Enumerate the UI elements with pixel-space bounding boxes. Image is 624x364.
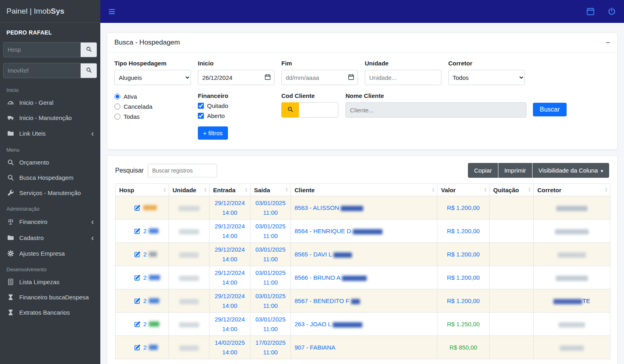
sidebar-item-cadastro[interactable]: Cadastro‹ (0, 230, 100, 246)
edit-icon[interactable] (134, 344, 141, 351)
cliente-link[interactable]: 8563 - ALISSON (295, 204, 341, 211)
copiar-button[interactable]: Copiar (468, 163, 498, 178)
sort-icon[interactable]: ▲▼ (605, 187, 608, 192)
column-header-hosp[interactable]: Hosp▲▼ (116, 184, 169, 196)
cliente-link[interactable]: 8567 - BENEDITO F (295, 297, 349, 304)
power-icon[interactable] (608, 7, 616, 16)
sidebar-section: DesenvolvimentoLista LimpezasFinanceiro … (0, 261, 100, 320)
cell-valor: R$ 850,00 (437, 336, 490, 359)
sidebar-item-lista-limpezas[interactable]: Lista Limpezas (0, 274, 100, 289)
cliente-link[interactable]: 263 - JOAO L (295, 321, 331, 327)
radio-input-todas[interactable] (114, 114, 120, 120)
menu-icon[interactable]: ≡ (108, 6, 116, 18)
radio-input-cancelada[interactable] (114, 104, 120, 110)
column-header-valor[interactable]: Valor▲▼ (437, 184, 490, 196)
column-header-unidade[interactable]: Unidade▲▼ (169, 184, 209, 196)
radio-input-ativa[interactable] (114, 94, 120, 100)
corretor-select[interactable]: Todos (448, 70, 525, 85)
unidade-redacted-blob (179, 299, 199, 304)
hosp-search-input[interactable] (3, 42, 80, 57)
cod-cliente-input[interactable] (299, 102, 338, 118)
sort-icon[interactable]: ▲▼ (285, 187, 288, 192)
sidebar-item-link-uteis[interactable]: Link Uteis‹ (0, 125, 100, 141)
column-header-label: Unidade (173, 187, 196, 193)
buscar-button[interactable]: Buscar (533, 103, 567, 116)
radio-todas[interactable]: Todas (114, 113, 191, 120)
column-header-saida[interactable]: Saida▲▼ (250, 184, 291, 196)
sort-icon[interactable]: ▲▼ (245, 187, 248, 192)
cliente-link[interactable]: 8566 - BRUNO A (295, 274, 340, 281)
edit-icon[interactable] (134, 297, 141, 304)
entrada-date: 14/02/2025 (213, 338, 246, 347)
corretor-redacted-blob (555, 229, 589, 234)
sort-icon[interactable]: ▲▼ (528, 187, 531, 192)
saida-date: 17/02/2025 (254, 338, 287, 347)
hosp-number[interactable]: 2 (143, 321, 146, 327)
sidebar-item-ajustes-empresa[interactable]: Ajustes Empresa (0, 246, 100, 261)
sidebar-item-orcamento[interactable]: Orçamento (0, 155, 100, 170)
checkbox-input-quitado[interactable] (198, 103, 204, 109)
unidade-input[interactable] (365, 70, 441, 85)
search-icon (6, 174, 14, 181)
sidebar-item-financeiro-buscadespesa[interactable]: Financeiro buscaDespesa (0, 289, 100, 305)
cell-entrada: 29/12/202414:00 (209, 220, 250, 243)
imovref-search-input[interactable] (3, 63, 80, 78)
search-icon (86, 67, 92, 74)
edit-icon[interactable] (134, 204, 141, 211)
nome-cliente-input[interactable] (346, 102, 526, 118)
cliente-link[interactable]: 8564 - HENRIQUE D (295, 228, 351, 234)
calendar-icon[interactable] (348, 74, 354, 80)
checkbox-input-aberto[interactable] (198, 113, 204, 119)
cod-cliente-search-button[interactable] (281, 102, 299, 118)
sort-icon[interactable]: ▲▼ (484, 187, 487, 192)
calendar-icon[interactable] (264, 74, 271, 80)
hosp-number[interactable]: 2 (143, 297, 146, 304)
column-header-quitacao[interactable]: Quitação▲▼ (490, 184, 534, 196)
fim-date-input[interactable] (281, 70, 358, 85)
column-header-label: Saida (254, 187, 270, 193)
edit-icon[interactable] (134, 274, 141, 281)
app-brand[interactable]: Painel | ImobSys (0, 0, 100, 23)
edit-icon[interactable] (134, 251, 141, 258)
hosp-number[interactable]: 2 (143, 344, 146, 351)
inicio-date-input[interactable] (198, 70, 274, 85)
folder-icon (6, 234, 14, 241)
radio-cancelada[interactable]: Cancelada (114, 103, 191, 110)
radio-ativa[interactable]: Ativa (114, 93, 191, 100)
list-icon (6, 278, 14, 285)
sidebar-item-busca-hospedagem[interactable]: Busca Hospedagem (0, 170, 100, 185)
pesquisar-input[interactable] (148, 164, 217, 177)
edit-icon[interactable] (134, 228, 141, 234)
checkbox-aberto[interactable]: Aberto (198, 112, 274, 119)
hosp-number[interactable]: 2 (143, 274, 146, 281)
imprimir-button[interactable]: Imprimir (498, 163, 532, 178)
sidebar-item-inicio-manutencao[interactable]: Inicio - Manutenção (0, 110, 100, 125)
cliente-link[interactable]: 8565 - DAVI L (295, 251, 332, 258)
column-visibility-button[interactable]: Visibilidade da Coluna▾ (533, 163, 609, 178)
calendar-icon[interactable] (586, 7, 595, 16)
cliente-link[interactable]: 907 - FABIANA (295, 344, 335, 351)
column-header-label: Corretor (537, 187, 561, 193)
sort-icon[interactable]: ▲▼ (432, 187, 435, 192)
sidebar-item-inicio-geral[interactable]: Inicio - Geral (0, 95, 100, 110)
sort-icon[interactable]: ▲▼ (163, 187, 166, 192)
hosp-number[interactable]: 2 (143, 251, 146, 258)
sort-icon[interactable]: ▲▼ (204, 187, 207, 192)
sidebar-item-label: Extratos Bancarios (19, 309, 70, 316)
sidebar-item-servicos-manutencao[interactable]: Serviços - Manutenção (0, 185, 100, 200)
hosp-search-button[interactable] (80, 42, 97, 57)
tipo-hospedagem-select[interactable]: Alugueis (114, 70, 191, 85)
table-row: 214/02/202514:0017/02/202511:00907 - FAB… (116, 336, 610, 359)
edit-icon[interactable] (134, 321, 141, 327)
column-header-entrada[interactable]: Entrada▲▼ (209, 184, 250, 196)
table-body: 29/12/202414:0003/01/202511:008563 - ALI… (116, 196, 610, 359)
column-header-cliente[interactable]: Cliente▲▼ (291, 184, 437, 196)
checkbox-quitado[interactable]: Quitado (198, 102, 274, 109)
imovref-search-button[interactable] (80, 63, 97, 78)
collapse-icon[interactable]: − (606, 39, 610, 46)
hosp-number[interactable]: 2 (143, 228, 146, 234)
sidebar-item-financeiro[interactable]: Financeiro‹ (0, 214, 100, 230)
column-header-corretor[interactable]: Corretor▲▼ (534, 184, 610, 196)
filtros-button[interactable]: + filtros (198, 126, 228, 140)
sidebar-item-extratos-bancarios[interactable]: Extratos Bancarios (0, 305, 100, 320)
